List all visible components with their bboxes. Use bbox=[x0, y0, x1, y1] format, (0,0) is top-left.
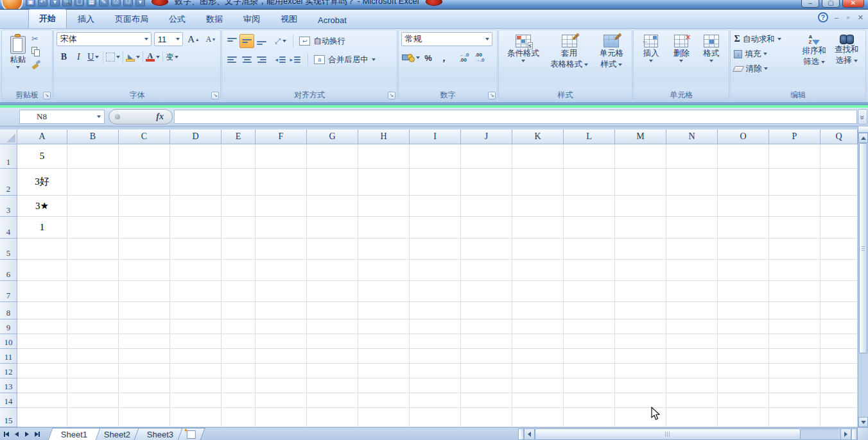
cell[interactable] bbox=[17, 334, 67, 349]
cell[interactable] bbox=[564, 334, 615, 349]
cell[interactable] bbox=[410, 217, 461, 239]
cell[interactable] bbox=[358, 302, 410, 319]
cell[interactable] bbox=[769, 408, 820, 427]
cell[interactable] bbox=[358, 393, 410, 408]
cell[interactable] bbox=[666, 239, 718, 260]
cell[interactable] bbox=[410, 302, 461, 319]
cell[interactable] bbox=[461, 364, 512, 378]
clipboard-dialog-launcher-icon[interactable]: ↘ bbox=[43, 92, 51, 99]
cell[interactable] bbox=[666, 302, 718, 319]
cell[interactable] bbox=[221, 364, 256, 378]
cell[interactable] bbox=[256, 260, 307, 281]
cell[interactable] bbox=[461, 319, 512, 334]
cell[interactable] bbox=[358, 378, 410, 393]
cell[interactable] bbox=[718, 196, 769, 217]
cell[interactable] bbox=[512, 302, 564, 319]
cell[interactable] bbox=[358, 144, 410, 169]
new-document-icon[interactable]: ▢ bbox=[74, 0, 84, 6]
cell[interactable] bbox=[170, 196, 221, 217]
cell[interactable] bbox=[564, 393, 615, 408]
cell[interactable] bbox=[410, 364, 461, 378]
cell[interactable] bbox=[170, 378, 221, 393]
cell[interactable]: 3★ bbox=[17, 196, 67, 217]
cell[interactable] bbox=[358, 349, 410, 364]
column-header[interactable]: M bbox=[615, 130, 666, 144]
column-header[interactable]: H bbox=[358, 130, 410, 144]
italic-button[interactable]: I bbox=[71, 50, 86, 64]
save-icon[interactable]: ▣ bbox=[26, 0, 35, 6]
cell[interactable] bbox=[221, 334, 256, 349]
cell[interactable] bbox=[67, 217, 119, 239]
cell[interactable] bbox=[769, 319, 820, 334]
cell[interactable] bbox=[307, 334, 358, 349]
cell[interactable] bbox=[512, 334, 564, 349]
cell[interactable] bbox=[256, 196, 307, 217]
cell[interactable] bbox=[512, 349, 564, 364]
insert-worksheet-tab[interactable] bbox=[177, 428, 205, 440]
cell[interactable] bbox=[358, 319, 410, 334]
cell[interactable] bbox=[119, 281, 170, 302]
cut-icon[interactable]: ✂ bbox=[31, 35, 40, 43]
fill-color-button[interactable]: ◣ bbox=[125, 50, 141, 64]
cell[interactable] bbox=[67, 196, 119, 217]
cell[interactable] bbox=[170, 217, 221, 239]
cell[interactable] bbox=[820, 281, 858, 302]
cell[interactable] bbox=[307, 319, 358, 334]
cell[interactable] bbox=[221, 378, 256, 393]
cell[interactable] bbox=[170, 393, 221, 408]
cell[interactable] bbox=[564, 281, 615, 302]
cell[interactable] bbox=[666, 349, 718, 364]
cell[interactable] bbox=[410, 378, 461, 393]
cell[interactable] bbox=[461, 378, 512, 393]
cell[interactable] bbox=[512, 393, 564, 408]
workbook-close-icon[interactable]: ✕ bbox=[856, 13, 865, 21]
cell[interactable] bbox=[410, 408, 461, 427]
cell[interactable] bbox=[461, 169, 512, 196]
cell[interactable] bbox=[769, 260, 820, 281]
cell[interactable] bbox=[307, 169, 358, 196]
shrink-font-button[interactable]: A▾ bbox=[203, 32, 218, 46]
cell[interactable] bbox=[410, 260, 461, 281]
row-header[interactable]: 7 bbox=[0, 281, 17, 302]
cell[interactable] bbox=[512, 260, 564, 281]
increase-indent-button[interactable]: ▸ bbox=[288, 53, 302, 67]
cell[interactable] bbox=[564, 239, 615, 260]
column-header[interactable]: J bbox=[461, 130, 512, 144]
cell[interactable] bbox=[461, 144, 512, 169]
column-header[interactable]: K bbox=[512, 130, 564, 144]
cell[interactable] bbox=[615, 281, 666, 302]
cell[interactable] bbox=[67, 378, 119, 393]
cell[interactable] bbox=[718, 319, 769, 334]
cell[interactable] bbox=[410, 281, 461, 302]
cell[interactable] bbox=[769, 349, 820, 364]
cell[interactable] bbox=[820, 364, 858, 378]
cell[interactable] bbox=[564, 408, 615, 427]
sort-filter-button[interactable]: AZ 排序和 筛选 bbox=[798, 32, 830, 89]
cell[interactable] bbox=[820, 334, 858, 349]
column-header[interactable]: I bbox=[410, 130, 461, 144]
cell[interactable] bbox=[615, 239, 666, 260]
last-sheet-button[interactable] bbox=[33, 430, 42, 439]
minimize-button[interactable]: – bbox=[801, 0, 819, 8]
row-header[interactable]: 8 bbox=[0, 302, 17, 319]
cell[interactable] bbox=[256, 169, 307, 196]
cell[interactable] bbox=[307, 239, 358, 260]
cell[interactable] bbox=[615, 319, 666, 334]
cell[interactable] bbox=[17, 319, 67, 334]
align-right-button[interactable] bbox=[254, 53, 269, 67]
cell[interactable] bbox=[119, 217, 170, 239]
cell[interactable] bbox=[461, 393, 512, 408]
font-color-button[interactable]: A bbox=[145, 50, 161, 64]
accounting-format-button[interactable] bbox=[401, 51, 421, 65]
cell[interactable] bbox=[67, 349, 119, 364]
cell[interactable] bbox=[256, 217, 307, 239]
insert-object-icon[interactable]: ✎ bbox=[99, 0, 108, 6]
cell[interactable] bbox=[820, 378, 858, 393]
column-header[interactable]: N bbox=[666, 130, 718, 144]
cell[interactable] bbox=[170, 302, 221, 319]
horizontal-scrollbar[interactable] bbox=[518, 428, 868, 440]
cell[interactable] bbox=[769, 364, 820, 378]
cell[interactable] bbox=[666, 169, 718, 196]
cell[interactable] bbox=[307, 144, 358, 169]
cell[interactable] bbox=[820, 349, 858, 364]
